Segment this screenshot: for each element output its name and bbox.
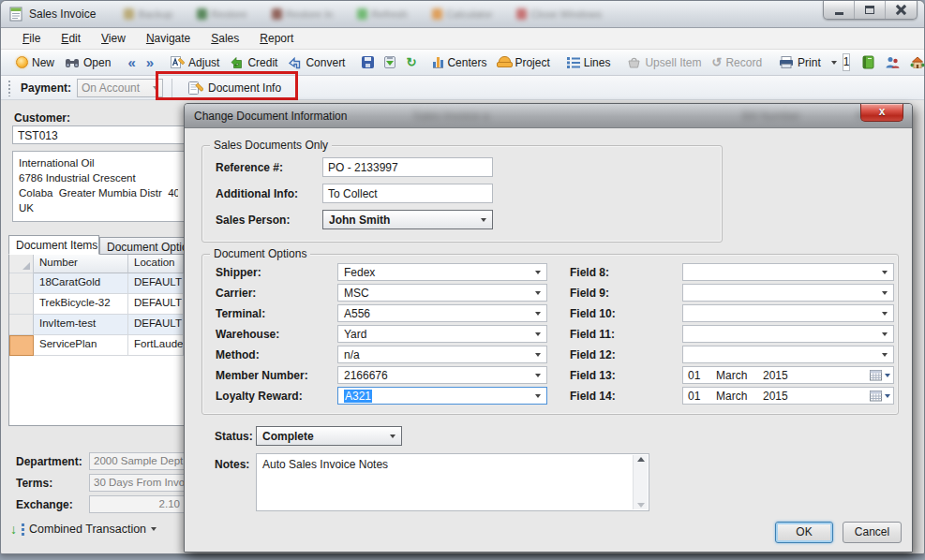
cancel-button[interactable]: Cancel	[843, 522, 902, 543]
member-number-combo[interactable]: 2166676	[337, 366, 547, 384]
row-selector[interactable]	[9, 273, 34, 294]
department-label: Department:	[16, 455, 82, 468]
save-button[interactable]	[357, 53, 379, 71]
notes-scrollbar[interactable]	[633, 455, 648, 509]
menu-sales[interactable]: Sales	[201, 29, 249, 48]
field9-combo[interactable]	[682, 284, 894, 302]
chevron-down-icon	[882, 291, 888, 295]
company-button[interactable]	[905, 53, 925, 71]
customer-code-input[interactable]: TST013	[12, 125, 185, 144]
tab-document-options[interactable]: Document Options	[99, 237, 185, 255]
table-row[interactable]: ServicePlan FortLauderdale	[9, 335, 184, 356]
new-button[interactable]: New	[11, 53, 59, 72]
field14-datepicker[interactable]: 01 March 2015	[682, 387, 894, 405]
select-all-cell[interactable]	[9, 255, 34, 273]
main-toolbar: New Open « » Adjust Credit Convert ↻ Cen…	[1, 50, 924, 76]
menu-file[interactable]: File	[12, 29, 51, 48]
convert-button[interactable]: Convert	[283, 53, 350, 72]
lines-button[interactable]: Lines	[562, 53, 616, 72]
row-selector[interactable]	[9, 294, 34, 315]
dialog-title: Change Document Information	[194, 110, 347, 123]
column-header-number[interactable]: Number	[34, 255, 128, 273]
contacts-button[interactable]	[880, 53, 904, 71]
cell-number[interactable]: ServicePlan	[34, 335, 128, 356]
sales-person-combo[interactable]: John Smith	[322, 210, 493, 229]
close-button[interactable]	[886, 1, 917, 19]
method-combo[interactable]: n/a	[337, 346, 547, 363]
field13-label: Field 13:	[570, 369, 616, 382]
field12-combo[interactable]	[682, 346, 894, 363]
chevron-down-icon	[481, 218, 486, 222]
terms-input: 30 Days From Invoice	[89, 474, 185, 492]
chevron-down-icon	[885, 374, 890, 377]
menu-navigate[interactable]: Navigate	[136, 29, 201, 48]
method-label: Method:	[216, 348, 260, 361]
copies-input[interactable]: 1	[843, 53, 851, 71]
adjust-button[interactable]: Adjust	[166, 52, 224, 72]
dialog-close-button[interactable]: x	[860, 104, 903, 122]
paste-button[interactable]	[380, 53, 400, 71]
carrier-combo[interactable]: MSC	[337, 284, 547, 302]
field11-combo[interactable]	[682, 325, 894, 343]
scroll-down-icon[interactable]	[637, 503, 645, 508]
credit-button[interactable]: Credit	[225, 53, 282, 72]
additional-info-label: Additional Info:	[216, 187, 298, 200]
menu-edit[interactable]: Edit	[51, 29, 91, 48]
close-icon	[895, 4, 907, 16]
upsell-item-button: Upsell Item	[622, 53, 706, 72]
cell-number[interactable]: InvItem-test	[34, 315, 128, 335]
paste-icon	[384, 56, 395, 68]
project-hardhat-icon	[497, 57, 511, 67]
warehouse-combo[interactable]: Yard	[337, 325, 547, 343]
field10-label: Field 10:	[570, 307, 616, 320]
combined-transaction-button[interactable]: ↓ Combined Transaction	[7, 520, 160, 538]
row-selector-active[interactable]	[9, 335, 34, 356]
additional-info-input[interactable]: To Collect	[322, 184, 493, 203]
menu-report[interactable]: Report	[249, 29, 304, 48]
tab-document-items[interactable]: Document Items	[8, 235, 99, 255]
cell-location[interactable]: DEFAULT	[128, 294, 184, 315]
table-row[interactable]: TrekBicycle-32 DEFAULT	[9, 294, 184, 315]
status-combo[interactable]: Complete	[256, 426, 402, 446]
open-button[interactable]: Open	[60, 53, 115, 72]
field10-combo[interactable]	[682, 304, 894, 322]
project-button[interactable]: Project	[492, 53, 554, 72]
field8-combo[interactable]	[682, 263, 894, 281]
cell-number[interactable]: 18CaratGold	[34, 273, 128, 294]
print-dropdown[interactable]	[827, 58, 842, 67]
field13-datepicker[interactable]: 01 March 2015	[682, 366, 894, 384]
terminal-combo[interactable]: A556	[337, 304, 547, 322]
ledger-button[interactable]	[858, 52, 879, 72]
table-row[interactable]: 18CaratGold DEFAULT	[9, 273, 184, 294]
cell-location[interactable]: DEFAULT	[128, 273, 184, 294]
chevron-down-icon	[535, 332, 541, 336]
scroll-up-icon[interactable]	[637, 457, 645, 462]
cell-location[interactable]: DEFAULT	[128, 315, 184, 335]
reference-input[interactable]: PO - 2133997	[322, 157, 493, 177]
menu-view[interactable]: View	[91, 29, 136, 48]
chevron-down-icon	[535, 271, 541, 274]
minimize-button[interactable]	[824, 1, 855, 19]
previous-button[interactable]: «	[123, 53, 140, 72]
loyalty-reward-combo[interactable]: A321	[337, 387, 547, 405]
row-selector[interactable]	[9, 315, 34, 335]
member-number-label: Member Number:	[216, 369, 308, 382]
notes-textarea[interactable]: Auto Sales Invoice Notes	[256, 453, 649, 511]
chevron-down-icon	[882, 271, 888, 274]
group-title: Document Options	[210, 247, 310, 260]
shipper-combo[interactable]: Fedex	[337, 263, 547, 281]
column-header-location[interactable]: Location	[128, 255, 184, 273]
cell-location[interactable]: FortLauderdale	[128, 335, 184, 356]
dialog-body: Sales Documents Only Reference #: PO - 2…	[185, 128, 912, 553]
refresh-button[interactable]: ↻	[401, 53, 421, 71]
title-bar: Sales Invoice Backup Restore Restore In …	[1, 1, 924, 28]
building-icon	[910, 56, 925, 68]
maximize-button[interactable]	[855, 1, 886, 19]
ok-button[interactable]: OK	[775, 522, 833, 543]
field9-label: Field 9:	[570, 287, 609, 300]
next-button[interactable]: »	[142, 53, 158, 72]
print-button[interactable]: Print	[774, 53, 826, 72]
table-row[interactable]: InvItem-test DEFAULT	[9, 315, 184, 335]
cell-number[interactable]: TrekBicycle-32	[34, 294, 128, 315]
centers-button[interactable]: Centers	[428, 53, 491, 72]
